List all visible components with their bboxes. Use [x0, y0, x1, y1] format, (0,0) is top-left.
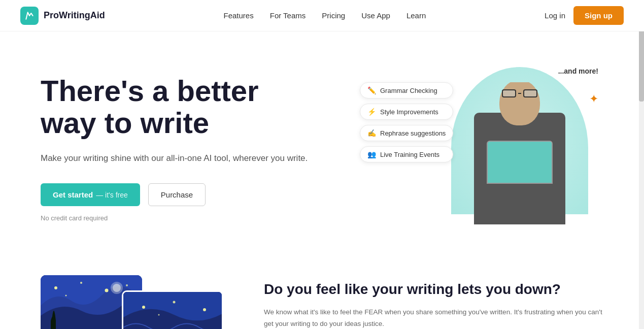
glasses	[502, 89, 537, 97]
image-card-front	[122, 290, 223, 329]
svg-point-7	[113, 284, 121, 292]
free-label: — it's free	[96, 191, 128, 199]
signup-button[interactable]: Sign up	[573, 6, 624, 25]
navbar: ProWritingAid Features For Teams Pricing…	[0, 0, 644, 31]
sparkle-icon: ✦	[589, 92, 598, 106]
pill-grammar: ✏️ Grammar Checking	[360, 82, 453, 98]
logo[interactable]: ProWritingAid	[20, 7, 105, 25]
hero-subtitle: Make your writing shine with our all-in-…	[41, 151, 308, 165]
feature-pills: ✏️ Grammar Checking ⚡ Style Improvements…	[360, 82, 453, 162]
svg-point-4	[126, 284, 128, 286]
nav-links: Features For Teams Pricing Use App Learn	[224, 11, 426, 20]
rephrase-icon: ✍️	[367, 129, 376, 137]
purchase-button[interactable]: Purchase	[148, 183, 206, 206]
login-link[interactable]: Log in	[545, 11, 565, 20]
svg-point-5	[65, 295, 67, 297]
hero-illustration: ✏️ Grammar Checking ⚡ Style Improvements…	[360, 62, 603, 235]
nav-pricing[interactable]: Pricing	[322, 11, 345, 20]
brand-name: ProWritingAid	[44, 10, 105, 21]
laptop	[487, 141, 553, 184]
training-icon: 👥	[367, 150, 376, 158]
pill-training: 👥 Live Training Events	[360, 146, 453, 162]
scrollbar-track[interactable]	[639, 0, 644, 329]
logo-icon	[20, 7, 39, 25]
svg-point-9	[142, 306, 145, 309]
svg-point-10	[173, 301, 176, 304]
nav-learn[interactable]: Learn	[406, 11, 426, 20]
bottom-heading: Do you feel like your writing lets you d…	[264, 280, 603, 299]
pill-style: ⚡ Style Improvements	[360, 104, 453, 120]
hero-title: There's a better way to write	[41, 75, 308, 140]
svg-point-3	[105, 289, 109, 292]
person-figure	[464, 82, 575, 224]
nav-features[interactable]: Features	[224, 11, 254, 20]
svg-point-1	[54, 286, 57, 289]
nav-for-teams[interactable]: For Teams	[270, 11, 306, 20]
illustration-container: ✏️ Grammar Checking ⚡ Style Improvements…	[360, 62, 603, 235]
grammar-icon: ✏️	[367, 86, 376, 94]
bottom-body: We know what it's like to feel the FEAR …	[264, 307, 603, 329]
nav-actions: Log in Sign up	[545, 6, 624, 25]
nav-use-app[interactable]: Use App	[361, 11, 390, 20]
no-credit-text: No credit card required	[41, 214, 308, 222]
svg-point-11	[203, 308, 206, 311]
bottom-images: My idea in my head	[41, 275, 223, 329]
hero-content: There's a better way to write Make your …	[41, 75, 308, 222]
get-started-button[interactable]: Get started — it's free	[41, 183, 140, 206]
svg-point-2	[80, 282, 82, 284]
and-more-label: ...and more!	[558, 67, 598, 75]
bottom-text: Do you feel like your writing lets you d…	[264, 275, 603, 329]
svg-point-12	[158, 314, 160, 316]
style-icon: ⚡	[367, 108, 376, 116]
hero-buttons: Get started — it's free Purchase	[41, 183, 308, 206]
hero-section: There's a better way to write Make your …	[0, 31, 644, 255]
pill-rephrase: ✍️ Rephrase suggestions	[360, 125, 453, 141]
bottom-section: My idea in my head Do you feel like your…	[0, 255, 644, 329]
